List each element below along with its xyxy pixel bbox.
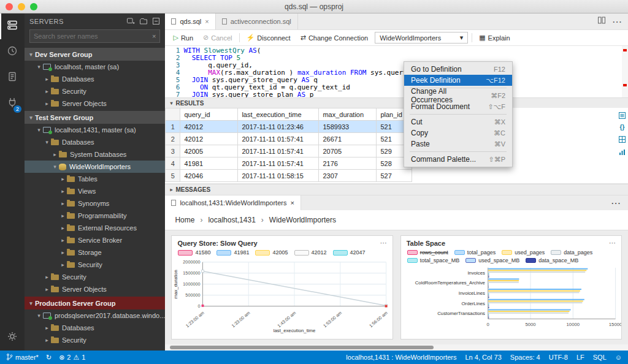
breadcrumb-item[interactable]: Home (175, 216, 194, 224)
chevron-icon[interactable]: ▸ (59, 249, 67, 256)
legend-item[interactable]: total_pages (454, 249, 496, 256)
explain-button[interactable]: ▦ Explain (476, 32, 513, 43)
change-connection-button[interactable]: ⇄ Change Connection (297, 32, 371, 43)
result-cell[interactable]: 527 (377, 170, 412, 182)
chevron-icon[interactable]: ▸ (59, 176, 67, 182)
result-cell[interactable]: 20705 (319, 145, 377, 157)
language-mode[interactable]: SQL (593, 354, 607, 361)
result-row[interactable]: 5420462017-11-11 01:58:152307527 (166, 170, 412, 182)
tree-item[interactable]: ▾Dev Server Group (25, 48, 165, 61)
chevron-icon[interactable]: ▾ (35, 313, 43, 319)
cursor-position[interactable]: Ln 4, Col 73 (465, 354, 501, 361)
chevron-icon[interactable]: ▾ (35, 64, 43, 70)
legend-item[interactable]: data_pages (551, 249, 592, 256)
chevron-icon[interactable]: ▸ (59, 237, 67, 243)
legend-item[interactable]: used_pages (502, 249, 545, 256)
disconnect-button[interactable]: ⚡ Disconnect (243, 32, 294, 43)
result-cell[interactable]: 42005 (180, 145, 238, 157)
tree-item[interactable]: ▸Server Objects (25, 97, 165, 110)
chevron-icon[interactable]: ▸ (59, 200, 67, 207)
chevron-icon[interactable]: ▾ (51, 164, 59, 170)
maximize-window-button[interactable] (30, 3, 37, 10)
close-window-button[interactable] (6, 3, 13, 10)
tree-item[interactable]: ▸External Resources (25, 222, 165, 234)
tree-item[interactable]: ▸Security (25, 259, 165, 271)
view-chart-icon[interactable] (618, 148, 626, 156)
servers-view-button[interactable] (0, 13, 25, 39)
run-button[interactable]: ▷ Run (170, 32, 196, 43)
settings-button[interactable] (0, 325, 25, 351)
result-cell[interactable]: 1589933 (319, 121, 377, 133)
search-input[interactable] (34, 32, 150, 40)
tree-item[interactable]: ▸Synonyms (25, 197, 165, 210)
chevron-icon[interactable]: ▸ (59, 213, 67, 219)
save-excel-icon[interactable] (618, 135, 626, 143)
result-cell[interactable]: 42012 (180, 121, 238, 133)
legend-item[interactable]: 42005 (255, 249, 288, 256)
more-actions-icon[interactable]: ⋯ (611, 197, 621, 209)
feedback-smiley-icon[interactable]: ☺ (615, 354, 622, 361)
git-branch-indicator[interactable]: master* (6, 353, 39, 362)
tree-item[interactable]: ▾WideWorldImporters (25, 161, 165, 173)
tree-item[interactable]: ▸System Databases (25, 148, 165, 161)
chevron-icon[interactable]: ▾ (27, 51, 35, 58)
chevron-icon[interactable]: ▸ (43, 286, 51, 292)
chevron-icon[interactable]: ▾ (35, 127, 43, 133)
menu-item[interactable]: Go to DefinitionF12 (404, 64, 512, 75)
breadcrumb-item[interactable]: WideWorldImporters (269, 216, 336, 224)
result-cell[interactable]: 2017-11-11 01:58:15 (238, 170, 319, 182)
result-cell[interactable]: 2017-11-11 01:23:46 (238, 121, 319, 133)
chevron-icon[interactable]: ▾ (27, 300, 35, 306)
results-grid[interactable]: query_idlast_execution_timemax_durationp… (165, 108, 412, 182)
legend-item[interactable]: 42047 (333, 249, 366, 256)
tree-item[interactable]: ▸Tables (25, 173, 165, 185)
result-cell[interactable]: 26671 (319, 133, 377, 145)
scrollbar-thumb[interactable] (170, 346, 434, 349)
tab-qds-sql[interactable]: qds.sql × (165, 13, 215, 29)
result-row[interactable]: 4419812017-11-11 01:57:412176528 (166, 157, 412, 170)
tree-item[interactable]: ▾prodsqlserver2017.database.windo... (25, 309, 165, 322)
legend-item[interactable]: 41981 (216, 249, 249, 256)
legend-item[interactable]: used_space_MB (465, 257, 519, 264)
task-history-button[interactable] (0, 39, 25, 65)
more-actions-icon[interactable]: ⋯ (612, 16, 622, 28)
legend-item[interactable]: rows_count (407, 249, 448, 256)
table-space-chart[interactable]: 050001000015000InvoicesColdRoomTemperatu… (401, 265, 621, 339)
tree-item[interactable]: ▾localhost, master (sa) (25, 61, 165, 73)
encoding-setting[interactable]: UTF-8 (549, 354, 568, 361)
tree-item[interactable]: ▸Service Broker (25, 234, 165, 246)
column-header[interactable]: query_id (180, 108, 238, 121)
column-header[interactable]: max_duration (319, 108, 377, 121)
tree-item[interactable]: ▾Test Server Group (25, 111, 165, 124)
save-csv-icon[interactable] (618, 112, 626, 119)
tree-item[interactable]: ▸Views (25, 185, 165, 197)
widget-more-icon[interactable]: ⋯ (380, 239, 387, 247)
result-cell[interactable]: 2017-11-11 01:57:41 (238, 145, 319, 157)
overview-ruler[interactable] (622, 46, 628, 97)
widget-more-icon[interactable]: ⋯ (609, 239, 616, 247)
notebooks-button[interactable] (0, 65, 25, 91)
slow-query-chart[interactable]: 05000001000000150000020000001:23:00 am1:… (172, 257, 392, 339)
chevron-icon[interactable]: ▸ (59, 225, 67, 231)
legend-item[interactable]: total_space_MB (407, 257, 460, 264)
menu-item[interactable]: Copy⌘C (404, 127, 512, 138)
result-cell[interactable]: 42046 (180, 170, 238, 182)
breadcrumb-item[interactable]: localhost,1431 (208, 216, 255, 224)
new-connection-icon[interactable] (126, 17, 135, 26)
chevron-icon[interactable]: ▸ (59, 262, 67, 268)
menu-item[interactable]: Paste⌘V (404, 138, 512, 150)
result-row[interactable]: 3420052017-11-11 01:57:4120705529 (166, 145, 412, 157)
menu-item[interactable]: Format Document⇧⌥F (404, 101, 512, 112)
tree-item[interactable]: ▸Programmability (25, 210, 165, 222)
minimize-window-button[interactable] (18, 3, 25, 10)
tree-item[interactable]: ▸Databases (25, 73, 165, 85)
results-panel-header[interactable]: ▾ RESULTS (165, 97, 628, 108)
menu-item[interactable]: Peek Definition⌥F12 (404, 75, 512, 86)
result-cell[interactable]: 2176 (319, 157, 377, 170)
horizontal-scrollbar[interactable] (165, 344, 628, 351)
tree-item[interactable]: ▸Security (25, 334, 165, 346)
code-line[interactable]: WITH SlowestQry AS( (183, 47, 628, 55)
legend-item[interactable]: data_space_MB (526, 257, 578, 264)
sql-editor[interactable]: 1234567 WITH SlowestQry AS( SELECT TOP 5… (165, 46, 628, 97)
clear-search-icon[interactable]: × (150, 32, 156, 40)
